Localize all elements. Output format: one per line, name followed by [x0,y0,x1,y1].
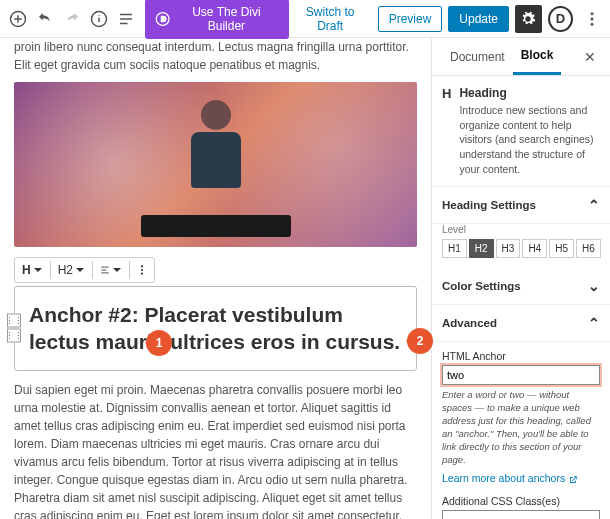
block-type-heading[interactable]: H [17,260,48,280]
block-toolbar: H H2 [14,257,155,283]
settings-button[interactable] [515,5,542,33]
level-h4[interactable]: H4 [522,239,547,258]
preview-button[interactable]: Preview [378,6,443,32]
chevron-down-icon: ⌄ [588,278,600,294]
level-buttons: H1 H2 H3 H4 H5 H6 [442,239,600,258]
level-h3[interactable]: H3 [496,239,521,258]
annotation-pin-2: 2 [407,328,433,354]
body-paragraph[interactable]: Dui sapien eget mi proin. Maecenas phare… [14,381,417,519]
redo-button[interactable] [60,6,85,32]
anchor-label: HTML Anchor [442,350,600,362]
chevron-up-icon: ⌃ [588,315,600,331]
move-down-handle[interactable]: ⋮⋮ [7,329,21,343]
block-more-button[interactable] [132,262,152,278]
heading-settings-header[interactable]: Heading Settings⌃ [432,187,610,224]
outline-button[interactable] [114,6,139,32]
svg-point-8 [141,273,143,275]
anchor-learn-link[interactable]: Learn more about anchors [442,472,578,484]
level-h2[interactable]: H2 [469,239,494,258]
svg-point-5 [590,22,593,25]
color-settings-header[interactable]: Color Settings⌄ [432,268,610,305]
switch-draft-link[interactable]: Switch to Draft [293,5,368,33]
hero-image[interactable] [14,82,417,247]
divi-label: Use The Divi Builder [174,5,279,33]
align-button[interactable] [95,262,127,278]
undo-button[interactable] [33,6,58,32]
heading-text[interactable]: Anchor #2: Placerat vestibulum lectus ma… [29,301,402,356]
block-description: Introduce new sections and organize cont… [459,103,600,176]
divi-logo-icon[interactable]: D [548,6,573,32]
css-input[interactable] [442,510,600,519]
level-label: Level [442,224,600,235]
heading-icon: H [442,86,451,104]
info-button[interactable] [87,6,112,32]
block-title: Heading [459,86,506,100]
svg-point-7 [141,269,143,271]
sidebar-close-button[interactable]: ✕ [580,38,600,75]
level-h5[interactable]: H5 [549,239,574,258]
svg-point-3 [590,12,593,15]
anchor-input[interactable] [442,365,600,385]
add-block-button[interactable] [6,6,31,32]
tab-document[interactable]: Document [442,38,513,75]
update-button[interactable]: Update [448,6,509,32]
svg-point-4 [590,17,593,20]
anchor-help: Enter a word or two — without spaces — t… [442,389,600,466]
divi-builder-button[interactable]: Use The Divi Builder [145,0,289,39]
annotation-pin-1: 1 [146,330,172,356]
heading-block[interactable]: ⋮⋮ ⋮⋮ Anchor #2: Placerat vestibulum lec… [14,286,417,371]
heading-level-h2[interactable]: H2 [53,260,90,280]
level-h6[interactable]: H6 [576,239,601,258]
tab-block[interactable]: Block [513,38,562,75]
move-up-handle[interactable]: ⋮⋮ [7,314,21,328]
intro-paragraph[interactable]: proin libero nunc consequat interdum. Le… [14,38,417,74]
chevron-up-icon: ⌃ [588,197,600,213]
css-label: Additional CSS Class(es) [442,495,600,507]
level-h1[interactable]: H1 [442,239,467,258]
advanced-header[interactable]: Advanced⌃ [432,305,610,342]
svg-point-6 [141,265,143,267]
more-menu-button[interactable] [579,6,604,32]
